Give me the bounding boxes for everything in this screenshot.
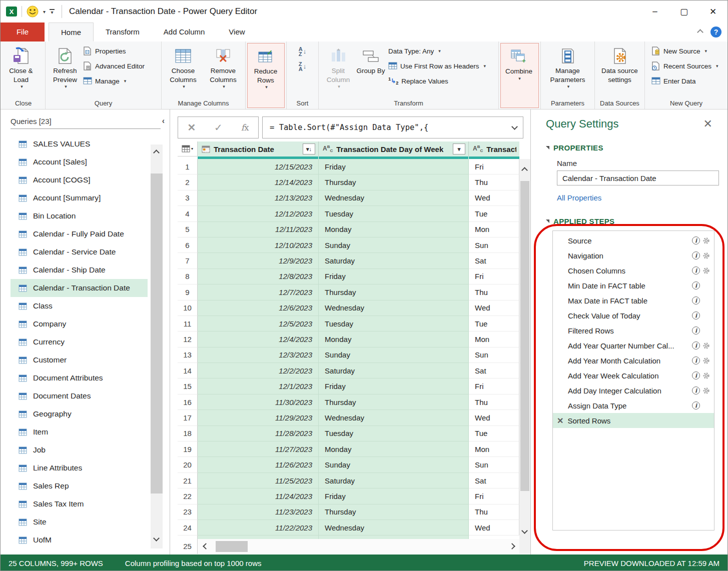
scrollbar-thumb[interactable] — [151, 174, 163, 494]
manage-parameters-button[interactable]: Manage Parameters▾ — [544, 43, 592, 90]
close-panel-icon[interactable]: ✕ — [703, 118, 712, 130]
scroll-down-icon[interactable] — [153, 535, 160, 542]
step-info-icon[interactable]: i — [692, 296, 700, 304]
smiley-feedback-icon[interactable] — [26, 5, 39, 18]
table-row[interactable]: 1711/29/2023WednesdayWed — [178, 410, 519, 426]
step-info-icon[interactable]: i — [692, 356, 700, 364]
query-list-item[interactable]: Calendar - Ship Date — [11, 261, 148, 279]
step-info-icon[interactable]: i — [692, 266, 700, 274]
table-row[interactable]: 812/8/2023FridayFri — [178, 269, 519, 284]
all-properties-link[interactable]: All Properties — [557, 194, 727, 202]
table-row[interactable]: 212/14/2023ThursdayThu — [178, 174, 519, 190]
applied-step-selected[interactable]: ✕Sorted Rows — [553, 413, 714, 428]
help-icon[interactable]: ? — [710, 26, 721, 38]
step-info-icon[interactable]: i — [692, 386, 700, 394]
tab-add-column[interactable]: Add Column — [152, 22, 217, 42]
scroll-up-icon[interactable] — [521, 167, 528, 174]
delete-step-icon[interactable]: ✕ — [557, 416, 563, 426]
column-header-transaction-partial[interactable]: ABC Transaction — [469, 142, 519, 156]
scrollbar-thumb[interactable] — [520, 181, 529, 491]
step-settings-gear-icon[interactable] — [702, 267, 710, 274]
query-list-item-selected[interactable]: Calendar - Transaction Date — [11, 279, 148, 297]
tab-home[interactable]: Home — [49, 22, 94, 42]
table-row[interactable]: 1811/28/2023TuesdayTue — [178, 426, 519, 442]
commit-formula-icon[interactable]: ✓ — [214, 122, 223, 134]
smiley-dropdown-caret[interactable]: ▾ — [43, 9, 46, 14]
applied-step[interactable]: Chosen Columnsi — [553, 263, 714, 278]
applied-step[interactable]: Filtered Rowsi — [553, 323, 714, 338]
table-row[interactable]: 2411/22/2023WednesdayWed — [178, 520, 519, 536]
query-list-item[interactable]: Class — [11, 297, 148, 315]
table-row[interactable]: 1611/30/2023ThursdayThu — [178, 394, 519, 410]
applied-step[interactable]: Max Date in FACT tablei — [553, 293, 714, 308]
step-info-icon[interactable]: i — [692, 236, 700, 244]
reduce-rows-button[interactable]: ✓ Reduce Rows▾ — [248, 44, 284, 90]
table-corner-menu[interactable]: ▾ — [178, 142, 198, 156]
step-info-icon[interactable]: i — [692, 326, 700, 334]
expand-formula-bar-icon[interactable] — [511, 124, 518, 130]
table-row[interactable]: 1312/3/2023SundaySun — [178, 348, 519, 363]
query-list-item[interactable]: Account [Sales] — [11, 153, 148, 171]
cancel-formula-icon[interactable]: ✕ — [187, 122, 196, 134]
replace-values-button[interactable]: 1↳2 Replace Values — [388, 75, 486, 87]
table-row[interactable]: 1212/4/2023MondayMon — [178, 332, 519, 347]
applied-step[interactable]: Add Year Week Calculationi — [553, 368, 714, 383]
applied-step[interactable]: Min Date in FACT tablei — [553, 278, 714, 293]
scroll-up-icon[interactable] — [153, 150, 160, 156]
tab-file[interactable]: File — [1, 22, 45, 42]
table-row[interactable]: 612/10/2023SundaySun — [178, 238, 519, 253]
table-row[interactable]: 112/15/2023FridayFri — [178, 159, 519, 174]
step-settings-gear-icon[interactable] — [702, 372, 710, 380]
table-row[interactable]: 1012/6/2023WednesdayWed — [178, 300, 519, 316]
close-and-load-button[interactable]: Close & Load▾ — [3, 43, 39, 90]
step-info-icon[interactable]: i — [692, 282, 700, 290]
table-row[interactable]: 412/12/2023TuesdayTue — [178, 206, 519, 222]
table-row[interactable]: 2111/25/2023SaturdaySat — [178, 473, 519, 488]
tab-view[interactable]: View — [217, 22, 257, 42]
sort-descending-button[interactable]: ZA↓ — [299, 61, 306, 72]
step-info-icon[interactable]: i — [692, 252, 700, 260]
query-list-item[interactable]: Document Dates — [11, 387, 148, 405]
table-row[interactable]: 2311/23/2023ThursdayThu — [178, 504, 519, 520]
tab-transform[interactable]: Transform — [94, 22, 152, 42]
refresh-preview-button[interactable]: Refresh Preview▾ — [47, 43, 83, 90]
data-source-settings-button[interactable]: Data source settings — [597, 43, 643, 84]
table-row[interactable]: 1512/1/2023FridayFri — [178, 378, 519, 394]
query-list-item[interactable]: Account [COGS] — [11, 171, 148, 189]
query-list-item[interactable]: Line Attributes — [11, 459, 148, 477]
fx-icon[interactable]: fx — [241, 122, 249, 132]
close-button[interactable]: ✕ — [698, 0, 727, 22]
step-info-icon[interactable]: i — [692, 402, 700, 410]
use-first-row-as-headers-button[interactable]: Use First Row as Headers▾ — [388, 60, 486, 72]
recent-sources-button[interactable]: Recent Sources▾ — [651, 60, 718, 72]
collapse-queries-pane-icon[interactable]: ‹ — [162, 116, 165, 126]
query-list-item[interactable]: Geography — [11, 405, 148, 423]
combine-button[interactable]: + Combine ▾ — [501, 44, 537, 82]
enter-data-button[interactable]: Enter Data — [651, 75, 718, 87]
table-row[interactable]: 2211/24/2023FridayFri — [178, 488, 519, 504]
minimize-button[interactable]: – — [640, 0, 669, 22]
step-info-icon[interactable]: i — [692, 372, 700, 380]
queries-scrollbar[interactable] — [151, 144, 163, 548]
query-list-item[interactable]: UofM — [11, 531, 148, 549]
sort-filter-button[interactable]: ▾↓ — [303, 144, 315, 154]
step-settings-gear-icon[interactable] — [702, 387, 710, 394]
applied-step[interactable]: Sourcei — [553, 233, 714, 248]
step-settings-gear-icon[interactable] — [702, 237, 710, 244]
collapse-triangle-icon[interactable] — [546, 146, 549, 150]
maximize-button[interactable]: ▢ — [669, 0, 698, 22]
query-list-item[interactable]: Sales Tax Item — [11, 495, 148, 513]
table-row[interactable]: 1412/2/2023SaturdaySat — [178, 363, 519, 378]
query-list-item[interactable]: Bin Location — [11, 207, 148, 225]
table-row[interactable]: 712/9/2023SaturdaySat — [178, 253, 519, 268]
query-list-item[interactable]: Item — [11, 423, 148, 441]
properties-button[interactable]: Properties — [83, 45, 145, 57]
group-by-button[interactable]: Group By — [356, 43, 385, 76]
query-list-item[interactable]: SALES VALUES — [11, 135, 148, 153]
column-header-day-of-week[interactable]: ABC Transaction Date Day of Week ▾ — [319, 142, 469, 156]
query-list-item[interactable]: Document Attributes — [11, 369, 148, 387]
choose-columns-button[interactable]: Choose Columns▾ — [163, 43, 203, 90]
step-settings-gear-icon[interactable] — [702, 357, 710, 364]
status-profiling-info[interactable]: Column profiling based on top 1000 rows — [125, 559, 262, 568]
applied-step[interactable]: Add Day Integer Calculationi — [553, 383, 714, 398]
